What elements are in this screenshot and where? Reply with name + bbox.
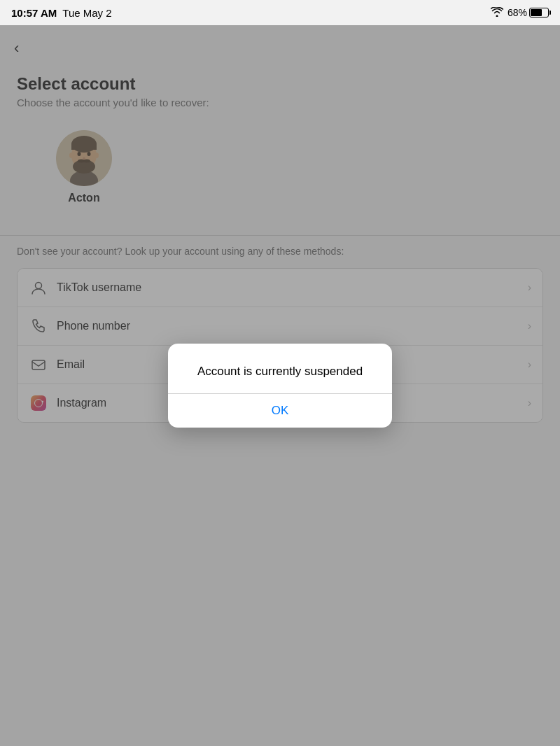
suspended-modal: Account is currently suspended OK	[168, 344, 392, 428]
status-date: Tue May 2	[62, 7, 111, 19]
wifi-icon	[491, 7, 503, 19]
page-content: ‹ Select account Choose the account you'…	[0, 25, 560, 746]
battery-indicator: 68%	[507, 7, 549, 18]
battery-percent: 68%	[507, 7, 527, 18]
status-time: 10:57 AM	[11, 7, 57, 19]
status-bar: 10:57 AM Tue May 2 68%	[0, 0, 560, 25]
modal-backdrop: Account is currently suspended OK	[0, 25, 560, 746]
modal-ok-button[interactable]: OK	[185, 394, 375, 428]
status-right: 68%	[491, 7, 549, 19]
modal-message: Account is currently suspended	[185, 363, 375, 380]
battery-icon	[529, 8, 549, 17]
